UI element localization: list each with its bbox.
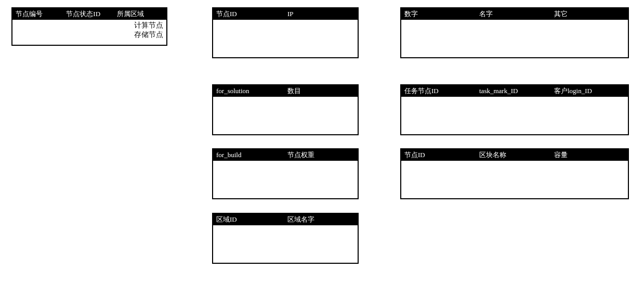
table-task: 任务节点ID task_mark_ID 客户login_ID [400,84,629,135]
col-count: 数目 [287,86,354,96]
table-body: 计算节点 存储节点 [12,20,166,45]
col-region-name: 区域名字 [287,215,354,224]
table-body [213,161,358,198]
col-region: 所属区域 [117,9,163,19]
table-block: 节点ID 区块名称 容量 [400,148,629,199]
col-task-mark-id: task_mark_ID [479,87,550,95]
col-node-id: 节点编号 [16,9,62,19]
table-header: 数字 名字 其它 [401,8,628,20]
col-name: 名字 [479,9,550,19]
col-block-name: 区块名称 [479,150,550,160]
table-header: 节点ID 区块名称 容量 [401,149,628,161]
col-client-login-id: 客户login_ID [554,86,625,96]
col-task-node-id: 任务节点ID [404,86,475,96]
table-body [401,20,628,57]
table-for-solution: for_solution 数目 [212,84,359,135]
col-region-id: 区域ID [216,215,283,224]
table-region: 区域ID 区域名字 [212,213,359,264]
col-node-id: 节点ID [216,9,283,19]
table-body [213,97,358,134]
col-node-id: 节点ID [404,150,475,160]
table-header: for_build 节点权重 [213,149,358,161]
table-header: for_solution 数目 [213,85,358,97]
col-other: 其它 [554,9,625,19]
table-node-ip: 节点ID IP [212,7,359,58]
table-for-build: for_build 节点权重 [212,148,359,199]
col-capacity: 容量 [554,150,625,160]
row-storage-node: 存储节点 [16,30,163,40]
table-node-ownership: 节点编号 节点状态ID 所属区域 计算节点 存储节点 [11,7,167,46]
col-for-solution: for_solution [216,87,283,95]
col-node-state-id: 节点状态ID [66,9,112,19]
row-compute-node: 计算节点 [16,21,163,30]
table-body [213,20,358,57]
table-header: 区域ID 区域名字 [213,214,358,225]
table-header: 节点ID IP [213,8,358,20]
table-header: 节点编号 节点状态ID 所属区域 [12,8,166,20]
table-header: 任务节点ID task_mark_ID 客户login_ID [401,85,628,97]
col-node-weight: 节点权重 [287,150,354,160]
diagram-canvas: 节点编号 节点状态ID 所属区域 计算节点 存储节点 节点ID IP for_s… [0,0,644,282]
col-for-build: for_build [216,151,283,159]
table-number-name-other: 数字 名字 其它 [400,7,629,58]
table-body [213,225,358,263]
col-ip: IP [287,10,354,18]
col-number: 数字 [404,9,475,19]
table-body [401,97,628,134]
table-body [401,161,628,198]
